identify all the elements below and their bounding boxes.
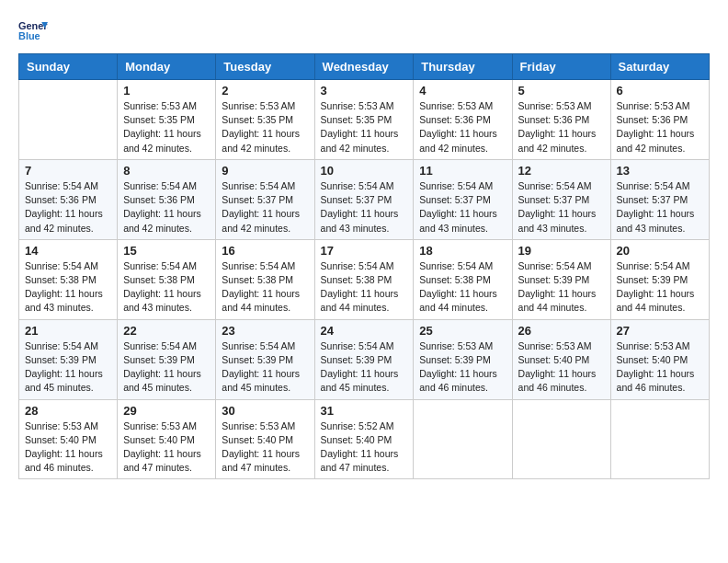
- day-info: Sunrise: 5:54 AM Sunset: 5:36 PM Dayligh…: [25, 179, 111, 236]
- day-info: Sunrise: 5:54 AM Sunset: 5:37 PM Dayligh…: [419, 179, 506, 236]
- logo: General Blue: [18, 18, 48, 44]
- day-cell: 14Sunrise: 5:54 AM Sunset: 5:38 PM Dayli…: [19, 239, 118, 319]
- day-cell: 30Sunrise: 5:53 AM Sunset: 5:40 PM Dayli…: [216, 399, 314, 479]
- day-info: Sunrise: 5:53 AM Sunset: 5:35 PM Dayligh…: [222, 99, 308, 155]
- day-cell: 15Sunrise: 5:54 AM Sunset: 5:38 PM Dayli…: [118, 239, 216, 319]
- day-number: 7: [25, 164, 111, 178]
- day-number: 29: [123, 404, 210, 418]
- day-info: Sunrise: 5:54 AM Sunset: 5:39 PM Dayligh…: [321, 339, 408, 396]
- day-cell: 28Sunrise: 5:53 AM Sunset: 5:40 PM Dayli…: [19, 399, 118, 479]
- column-header-friday: Friday: [512, 54, 610, 80]
- day-number: 8: [123, 164, 210, 178]
- day-info: Sunrise: 5:54 AM Sunset: 5:38 PM Dayligh…: [123, 259, 210, 316]
- day-number: 30: [222, 404, 308, 418]
- day-number: 5: [518, 84, 605, 98]
- day-cell: 7Sunrise: 5:54 AM Sunset: 5:36 PM Daylig…: [19, 159, 118, 239]
- day-number: 27: [617, 324, 703, 338]
- day-number: 1: [123, 84, 210, 98]
- day-number: 2: [222, 84, 308, 98]
- day-number: 11: [419, 164, 506, 178]
- day-info: Sunrise: 5:53 AM Sunset: 5:36 PM Dayligh…: [617, 99, 703, 155]
- svg-text:Blue: Blue: [18, 30, 40, 41]
- day-cell: 21Sunrise: 5:54 AM Sunset: 5:39 PM Dayli…: [19, 319, 118, 399]
- day-cell: 10Sunrise: 5:54 AM Sunset: 5:37 PM Dayli…: [314, 159, 414, 239]
- day-cell: 1Sunrise: 5:53 AM Sunset: 5:35 PM Daylig…: [118, 80, 216, 160]
- day-cell: 24Sunrise: 5:54 AM Sunset: 5:39 PM Dayli…: [314, 319, 414, 399]
- page-header: General Blue: [18, 18, 710, 44]
- day-info: Sunrise: 5:53 AM Sunset: 5:35 PM Dayligh…: [321, 99, 408, 155]
- day-cell: 4Sunrise: 5:53 AM Sunset: 5:36 PM Daylig…: [414, 80, 512, 160]
- day-number: 18: [419, 244, 506, 258]
- day-number: 21: [25, 324, 111, 338]
- calendar-body: 1Sunrise: 5:53 AM Sunset: 5:35 PM Daylig…: [19, 80, 710, 479]
- day-cell: 5Sunrise: 5:53 AM Sunset: 5:36 PM Daylig…: [512, 80, 610, 160]
- day-cell: [610, 399, 709, 479]
- day-number: 12: [518, 164, 605, 178]
- day-cell: 22Sunrise: 5:54 AM Sunset: 5:39 PM Dayli…: [118, 319, 216, 399]
- day-cell: 11Sunrise: 5:54 AM Sunset: 5:37 PM Dayli…: [414, 159, 512, 239]
- day-number: 6: [617, 84, 703, 98]
- day-info: Sunrise: 5:54 AM Sunset: 5:39 PM Dayligh…: [617, 259, 703, 316]
- day-number: 15: [123, 244, 210, 258]
- day-number: 24: [321, 324, 408, 338]
- day-cell: 19Sunrise: 5:54 AM Sunset: 5:39 PM Dayli…: [512, 239, 610, 319]
- column-header-thursday: Thursday: [414, 54, 512, 80]
- column-header-sunday: Sunday: [19, 54, 118, 80]
- day-number: 17: [321, 244, 408, 258]
- day-info: Sunrise: 5:53 AM Sunset: 5:40 PM Dayligh…: [123, 419, 210, 476]
- day-cell: 3Sunrise: 5:53 AM Sunset: 5:35 PM Daylig…: [314, 80, 414, 160]
- week-row-2: 7Sunrise: 5:54 AM Sunset: 5:36 PM Daylig…: [19, 159, 710, 239]
- day-info: Sunrise: 5:53 AM Sunset: 5:40 PM Dayligh…: [518, 339, 605, 396]
- day-info: Sunrise: 5:53 AM Sunset: 5:40 PM Dayligh…: [25, 419, 111, 476]
- day-cell: 13Sunrise: 5:54 AM Sunset: 5:37 PM Dayli…: [610, 159, 709, 239]
- day-number: 19: [518, 244, 605, 258]
- day-info: Sunrise: 5:54 AM Sunset: 5:38 PM Dayligh…: [321, 259, 408, 316]
- day-cell: 6Sunrise: 5:53 AM Sunset: 5:36 PM Daylig…: [610, 80, 709, 160]
- day-cell: 31Sunrise: 5:52 AM Sunset: 5:40 PM Dayli…: [314, 399, 414, 479]
- day-number: 22: [123, 324, 210, 338]
- day-cell: 8Sunrise: 5:54 AM Sunset: 5:36 PM Daylig…: [118, 159, 216, 239]
- week-row-1: 1Sunrise: 5:53 AM Sunset: 5:35 PM Daylig…: [19, 80, 710, 160]
- day-number: 14: [25, 244, 111, 258]
- day-info: Sunrise: 5:54 AM Sunset: 5:39 PM Dayligh…: [518, 259, 605, 316]
- day-number: 3: [321, 84, 408, 98]
- day-info: Sunrise: 5:54 AM Sunset: 5:36 PM Dayligh…: [123, 179, 210, 236]
- day-number: 25: [419, 324, 506, 338]
- day-info: Sunrise: 5:54 AM Sunset: 5:39 PM Dayligh…: [222, 339, 308, 396]
- day-info: Sunrise: 5:53 AM Sunset: 5:35 PM Dayligh…: [123, 99, 210, 155]
- day-info: Sunrise: 5:54 AM Sunset: 5:37 PM Dayligh…: [518, 179, 605, 236]
- day-number: 26: [518, 324, 605, 338]
- week-row-3: 14Sunrise: 5:54 AM Sunset: 5:38 PM Dayli…: [19, 239, 710, 319]
- day-number: 20: [617, 244, 703, 258]
- day-cell: 29Sunrise: 5:53 AM Sunset: 5:40 PM Dayli…: [118, 399, 216, 479]
- day-cell: 23Sunrise: 5:54 AM Sunset: 5:39 PM Dayli…: [216, 319, 314, 399]
- day-info: Sunrise: 5:54 AM Sunset: 5:38 PM Dayligh…: [419, 259, 506, 316]
- day-info: Sunrise: 5:54 AM Sunset: 5:37 PM Dayligh…: [321, 179, 408, 236]
- day-number: 9: [222, 164, 308, 178]
- calendar-header-row: SundayMondayTuesdayWednesdayThursdayFrid…: [19, 54, 710, 80]
- column-header-tuesday: Tuesday: [216, 54, 314, 80]
- day-cell: 16Sunrise: 5:54 AM Sunset: 5:38 PM Dayli…: [216, 239, 314, 319]
- day-info: Sunrise: 5:54 AM Sunset: 5:39 PM Dayligh…: [25, 339, 111, 396]
- day-info: Sunrise: 5:54 AM Sunset: 5:37 PM Dayligh…: [617, 179, 703, 236]
- column-header-saturday: Saturday: [610, 54, 709, 80]
- day-info: Sunrise: 5:53 AM Sunset: 5:36 PM Dayligh…: [518, 99, 605, 155]
- day-info: Sunrise: 5:53 AM Sunset: 5:40 PM Dayligh…: [222, 419, 308, 476]
- column-header-wednesday: Wednesday: [314, 54, 414, 80]
- day-info: Sunrise: 5:54 AM Sunset: 5:38 PM Dayligh…: [25, 259, 111, 316]
- day-cell: 17Sunrise: 5:54 AM Sunset: 5:38 PM Dayli…: [314, 239, 414, 319]
- day-cell: 27Sunrise: 5:53 AM Sunset: 5:40 PM Dayli…: [610, 319, 709, 399]
- day-number: 16: [222, 244, 308, 258]
- day-cell: 9Sunrise: 5:54 AM Sunset: 5:37 PM Daylig…: [216, 159, 314, 239]
- week-row-4: 21Sunrise: 5:54 AM Sunset: 5:39 PM Dayli…: [19, 319, 710, 399]
- day-cell: [414, 399, 512, 479]
- day-number: 23: [222, 324, 308, 338]
- day-number: 28: [25, 404, 111, 418]
- day-cell: 12Sunrise: 5:54 AM Sunset: 5:37 PM Dayli…: [512, 159, 610, 239]
- day-cell: [512, 399, 610, 479]
- day-cell: 25Sunrise: 5:53 AM Sunset: 5:39 PM Dayli…: [414, 319, 512, 399]
- column-header-monday: Monday: [118, 54, 216, 80]
- day-info: Sunrise: 5:54 AM Sunset: 5:39 PM Dayligh…: [123, 339, 210, 396]
- day-info: Sunrise: 5:52 AM Sunset: 5:40 PM Dayligh…: [321, 419, 408, 476]
- day-cell: 2Sunrise: 5:53 AM Sunset: 5:35 PM Daylig…: [216, 80, 314, 160]
